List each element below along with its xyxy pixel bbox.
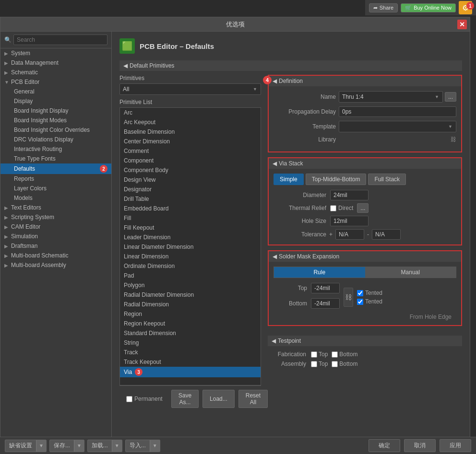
name-field-label: Name	[274, 93, 336, 100]
list-item[interactable]: Polygon	[120, 280, 261, 290]
sidebar-item-draftsman[interactable]: ▶ Draftsman	[0, 241, 111, 251]
sidebar-item-layer-colors[interactable]: Layer Colors	[0, 184, 111, 193]
list-item-via[interactable]: Via 3	[120, 367, 261, 377]
list-item[interactable]: Baseline Dimension	[120, 127, 261, 137]
list-item[interactable]: Fill	[120, 213, 261, 223]
list-item[interactable]: Comment	[120, 146, 261, 156]
sidebar-item-label: Board Insight Color Overrides	[14, 127, 107, 133]
sidebar-item-text-editors[interactable]: ▶ Text Editors	[0, 203, 111, 212]
tab-rule[interactable]: Rule	[274, 267, 365, 278]
sidebar-item-data-management[interactable]: ▶ Data Management	[0, 58, 111, 68]
list-item[interactable]: Ordinate Dimension	[120, 261, 261, 271]
tab-simple[interactable]: Simple	[274, 174, 304, 185]
list-item[interactable]: Region Keepout	[120, 319, 261, 328]
sidebar-item-defaults[interactable]: Defaults 2	[0, 163, 111, 174]
sidebar-item-board-insight-modes[interactable]: Board Insight Modes	[0, 116, 111, 125]
tolerance-minus-input[interactable]	[372, 229, 401, 240]
sidebar-item-display[interactable]: Display	[0, 96, 111, 106]
tab-top-middle[interactable]: Top-Middle-Bottom	[306, 174, 367, 185]
footer-dropdown-3-arrow[interactable]: ▼	[112, 440, 122, 452]
footer-dropdown-1[interactable]: 缺省设置 ▼	[5, 440, 47, 452]
sidebar-item-system[interactable]: ▶ System	[0, 48, 111, 58]
thermal-dots-button[interactable]: ...	[357, 203, 369, 213]
thermal-relief-checkbox[interactable]	[330, 205, 336, 211]
sidebar-item-drc-violations[interactable]: DRC Violations Display	[0, 135, 111, 144]
diameter-input[interactable]	[330, 190, 369, 200]
name-dropdown[interactable]: Thru 1:4	[339, 91, 443, 103]
sidebar-item-multi-board-schematic[interactable]: ▶ Multi-board Schematic	[0, 251, 111, 260]
asm-bottom-checkbox[interactable]	[332, 361, 338, 367]
badge-4: 4	[263, 76, 272, 84]
list-item[interactable]: Track	[120, 348, 261, 357]
confirm-button[interactable]: 确定	[369, 439, 400, 452]
sidebar-item-true-type-fonts[interactable]: True Type Fonts	[0, 154, 111, 163]
solder-bottom-input[interactable]	[311, 298, 340, 309]
tolerance-plus-input[interactable]	[335, 229, 364, 240]
template-dropdown[interactable]	[339, 121, 456, 132]
fab-bottom-checkbox[interactable]	[332, 351, 338, 358]
cancel-button[interactable]: 取消	[404, 439, 436, 452]
share-button[interactable]: ➦ Share	[369, 3, 398, 12]
sidebar-item-schematic[interactable]: ▶ Schematic	[0, 68, 111, 77]
sidebar-item-reports[interactable]: Reports	[0, 174, 111, 184]
footer-dropdown-1-arrow[interactable]: ▼	[36, 440, 46, 452]
tented-bottom-checkbox[interactable]	[357, 299, 363, 305]
solder-top-input[interactable]	[311, 283, 340, 293]
prop-delay-input[interactable]	[339, 106, 456, 117]
list-item[interactable]: Component Body	[120, 165, 261, 175]
fab-top-checkbox[interactable]	[311, 351, 317, 358]
sidebar-item-multi-board-assembly[interactable]: ▶ Multi-board Assembly	[0, 260, 111, 270]
footer-dropdown-4-arrow[interactable]: ▼	[150, 440, 160, 452]
list-item[interactable]: Radial Diameter Dimension	[120, 290, 261, 300]
footer-dropdown-2-arrow[interactable]: ▼	[74, 440, 84, 452]
list-item[interactable]: Design View	[120, 175, 261, 185]
tab-manual[interactable]: Manual	[365, 267, 456, 278]
tab-full-stack[interactable]: Full Stack	[368, 174, 406, 185]
sidebar-item-general[interactable]: General	[0, 87, 111, 96]
save-as-button[interactable]: Save As...	[171, 390, 199, 408]
sidebar-item-board-insight-color[interactable]: Board Insight Color Overrides	[0, 125, 111, 135]
apply-button[interactable]: 应用	[440, 439, 471, 452]
rule-manual-tabs: Rule Manual	[274, 267, 456, 278]
buy-button[interactable]: 🛒 Buy Online Now	[401, 3, 456, 12]
sidebar-item-interactive-routing[interactable]: Interactive Routing	[0, 144, 111, 154]
list-item[interactable]: Region	[120, 309, 261, 319]
search-input[interactable]	[13, 35, 107, 45]
list-item[interactable]: Fill Keepout	[120, 223, 261, 233]
reset-all-button[interactable]: Reset All	[238, 390, 268, 408]
tented-top-checkbox[interactable]	[357, 290, 363, 296]
list-item[interactable]: Arc Keepout	[120, 117, 261, 127]
footer-dropdown-4[interactable]: 导入... ▼	[125, 440, 160, 452]
list-item[interactable]: Track Keepout	[120, 357, 261, 367]
load-button[interactable]: Load...	[202, 390, 235, 408]
sidebar-item-label: Models	[14, 195, 107, 201]
close-button[interactable]: ✕	[457, 20, 467, 29]
footer-dropdown-2[interactable]: 保存... ▼	[49, 440, 84, 452]
list-item[interactable]: Standard Dimension	[120, 328, 261, 338]
list-item[interactable]: Component	[120, 156, 261, 165]
sidebar-item-pcb-editor[interactable]: ▼ PCB Editor	[0, 77, 111, 87]
list-item[interactable]: Designator	[120, 185, 261, 194]
permanent-checkbox[interactable]	[126, 396, 132, 402]
sidebar-item-cam-editor[interactable]: ▶ CAM Editor	[0, 222, 111, 232]
list-item[interactable]: Linear Dimension	[120, 252, 261, 261]
hole-size-input[interactable]	[330, 216, 369, 226]
primitives-dropdown[interactable]: All	[119, 83, 261, 95]
name-dots-button[interactable]: ...	[445, 92, 456, 102]
expand-arrow: ▶	[4, 244, 11, 249]
footer-dropdown-3[interactable]: 加载... ▼	[87, 440, 122, 452]
list-item[interactable]: Pad	[120, 271, 261, 280]
list-item[interactable]: Arc	[120, 108, 261, 117]
list-item[interactable]: Center Dimension	[120, 137, 261, 146]
list-item[interactable]: Drill Table	[120, 194, 261, 204]
list-item[interactable]: Radial Dimension	[120, 300, 261, 309]
sidebar-item-board-insight-display[interactable]: Board Insight Display	[0, 106, 111, 116]
sidebar-item-scripting-system[interactable]: ▶ Scripting System	[0, 212, 111, 222]
list-item[interactable]: Leader Dimension	[120, 233, 261, 242]
sidebar-item-simulation[interactable]: ▶ Simulation	[0, 232, 111, 241]
list-item[interactable]: Linear Diameter Dimension	[120, 242, 261, 252]
sidebar-item-models[interactable]: Models	[0, 193, 111, 203]
list-item[interactable]: Embedded Board	[120, 204, 261, 213]
list-item[interactable]: String	[120, 338, 261, 348]
asm-top-checkbox[interactable]	[311, 361, 317, 367]
